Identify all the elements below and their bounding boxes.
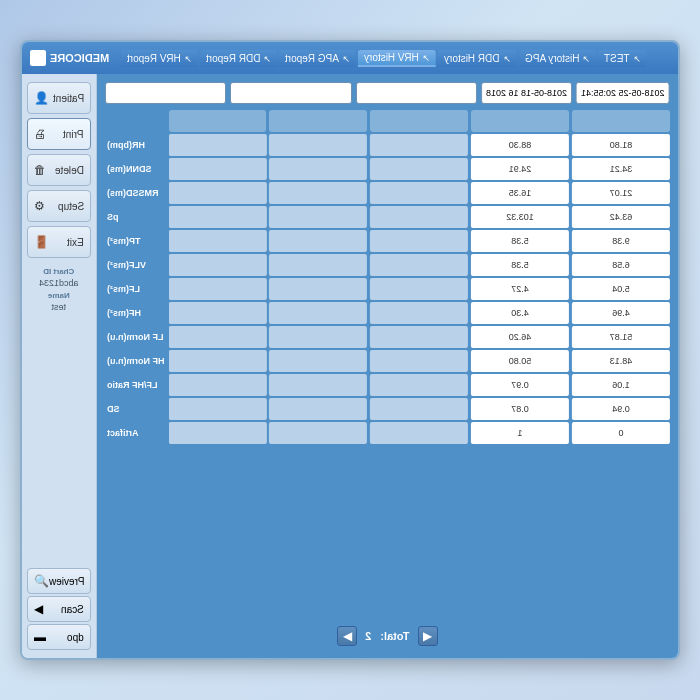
table-row bbox=[269, 374, 367, 396]
table-row bbox=[169, 398, 267, 420]
data-columns: 88.30 24.91 16.35 103.32 5.38 5.38 4.27 … bbox=[169, 110, 671, 616]
exit-button[interactable]: 🚪 Exit bbox=[27, 226, 91, 258]
search-field-3[interactable] bbox=[356, 82, 477, 104]
data-column-3 bbox=[370, 110, 468, 616]
row-label-hr: HR(bpm) bbox=[105, 134, 165, 156]
logo-box bbox=[30, 50, 46, 66]
tab-label: History APG bbox=[525, 53, 579, 64]
print-button[interactable]: 🖨 Print bbox=[27, 118, 91, 150]
table-row: 81.80 bbox=[572, 134, 670, 156]
table-row bbox=[169, 374, 267, 396]
content-area: 2018-05-18 16 2018 2018-05-25 20:55:41 H… bbox=[97, 74, 678, 658]
patient-button[interactable]: 👤 Patient bbox=[27, 82, 91, 114]
tab-hrv-report[interactable]: ↗ HRV Report bbox=[121, 50, 198, 67]
setup-icon: ⚙ bbox=[34, 199, 45, 213]
chart-id-value: abcd1234 bbox=[39, 277, 79, 290]
table-row bbox=[169, 350, 267, 372]
title-bar: MEDICORE ↗ HRV Report ↗ DDR Report ↗ APG… bbox=[22, 42, 678, 74]
row-label-artifact: Artifact bbox=[105, 422, 165, 444]
table-row bbox=[370, 422, 468, 444]
exit-icon: 🚪 bbox=[34, 235, 49, 249]
delete-label: Delete bbox=[55, 165, 84, 176]
patient-icon: 👤 bbox=[34, 91, 49, 105]
date-range-text-2: 2018-05-25 20:55:41 bbox=[581, 88, 665, 98]
sidebar-nav: 🔍 Preview ◀ Scan ▬ dpo bbox=[27, 568, 91, 650]
table-row: 9.38 bbox=[572, 230, 670, 252]
tab-label: HRV History bbox=[364, 52, 419, 63]
prev-page-button[interactable]: ◀ bbox=[337, 626, 357, 646]
logo-area: MEDICORE bbox=[30, 50, 109, 66]
table-row bbox=[269, 254, 367, 276]
tab-label: TEST bbox=[604, 53, 630, 64]
row-label-lfhf: LF/HF Ratio bbox=[105, 374, 165, 396]
tab-apg-history[interactable]: ↗ History APG bbox=[519, 50, 596, 67]
data-column-5: 81.80 34.21 21.07 63.42 9.38 6.58 5.04 4… bbox=[572, 110, 670, 616]
row-label-tp: TP(ms²) bbox=[105, 230, 165, 252]
search-field-2[interactable] bbox=[230, 82, 351, 104]
print-label: Print bbox=[63, 129, 84, 140]
table-row: 1.06 bbox=[572, 374, 670, 396]
table-row bbox=[370, 302, 468, 324]
table-row bbox=[269, 326, 367, 348]
tab-icon: ↗ bbox=[633, 53, 641, 63]
tab-ddr-report[interactable]: ↗ DDR Report bbox=[200, 50, 277, 67]
table-row: 48.13 bbox=[572, 350, 670, 372]
next-page-button[interactable]: ▶ bbox=[418, 626, 438, 646]
table-row: 50.80 bbox=[471, 350, 569, 372]
name-value: test bbox=[39, 301, 79, 314]
app-title: MEDICORE bbox=[50, 52, 109, 64]
table-row bbox=[370, 230, 468, 252]
tab-icon: ↗ bbox=[582, 53, 590, 63]
data-column-1 bbox=[169, 110, 267, 616]
preview-icon: 🔍 bbox=[34, 574, 49, 588]
table-row: 4.27 bbox=[471, 278, 569, 300]
col-header-2 bbox=[269, 110, 367, 132]
tab-label: DDR History bbox=[444, 53, 500, 64]
table-row bbox=[370, 182, 468, 204]
tab-ddr-history[interactable]: ↗ DDR History bbox=[438, 50, 517, 67]
dpo-label: dpo bbox=[67, 632, 84, 643]
col-header-4 bbox=[471, 110, 569, 132]
table-row: 88.30 bbox=[471, 134, 569, 156]
tab-icon: ↗ bbox=[263, 53, 271, 63]
table-row bbox=[269, 206, 367, 228]
search-row: 2018-05-18 16 2018 2018-05-25 20:55:41 bbox=[105, 82, 670, 104]
table-row: 21.07 bbox=[572, 182, 670, 204]
table-row bbox=[269, 182, 367, 204]
table-row: 0 bbox=[572, 422, 670, 444]
row-label-sd: SD bbox=[105, 398, 165, 420]
search-field-1[interactable] bbox=[105, 82, 226, 104]
date-range-label: 2018-05-18 16 2018 bbox=[481, 82, 572, 104]
table-row: 51.87 bbox=[572, 326, 670, 348]
setup-label: Setup bbox=[58, 201, 84, 212]
data-table: HR(bpm) SDNN(ms) RMSSD(ms) pS TP(ms²) VL… bbox=[105, 110, 670, 616]
tab-icon: ↗ bbox=[184, 53, 192, 63]
scan-label: Scan bbox=[61, 604, 84, 615]
data-column-4: 88.30 24.91 16.35 103.32 5.38 5.38 4.27 … bbox=[471, 110, 569, 616]
table-row: 0.94 bbox=[572, 398, 670, 420]
tab-label: APG Report bbox=[285, 53, 339, 64]
row-labels: HR(bpm) SDNN(ms) RMSSD(ms) pS TP(ms²) VL… bbox=[105, 110, 165, 616]
patient-info: Chart ID abcd1234 Name test bbox=[39, 266, 79, 314]
table-row: 5.38 bbox=[471, 254, 569, 276]
table-row bbox=[169, 158, 267, 180]
table-row bbox=[269, 302, 367, 324]
table-row bbox=[370, 350, 468, 372]
preview-button[interactable]: 🔍 Preview bbox=[27, 568, 91, 594]
table-row: 1 bbox=[471, 422, 569, 444]
scan-button[interactable]: ◀ Scan bbox=[27, 596, 91, 622]
patient-label: Patient bbox=[53, 93, 84, 104]
table-row: 24.91 bbox=[471, 158, 569, 180]
dpo-button[interactable]: ▬ dpo bbox=[27, 624, 91, 650]
delete-button[interactable]: 🗑 Delete bbox=[27, 154, 91, 186]
tab-hrv-history[interactable]: ↗ HRV History bbox=[358, 50, 436, 67]
table-row: 6.58 bbox=[572, 254, 670, 276]
table-row bbox=[269, 350, 367, 372]
table-row: 0.87 bbox=[471, 398, 569, 420]
tab-test[interactable]: ↗ TEST bbox=[598, 50, 647, 67]
setup-button[interactable]: ⚙ Setup bbox=[27, 190, 91, 222]
table-row bbox=[169, 254, 267, 276]
row-label-ps: pS bbox=[105, 206, 165, 228]
tab-apg-report[interactable]: ↗ APG Report bbox=[279, 50, 356, 67]
date-range-text: 2018-05-18 16 2018 bbox=[486, 88, 567, 98]
